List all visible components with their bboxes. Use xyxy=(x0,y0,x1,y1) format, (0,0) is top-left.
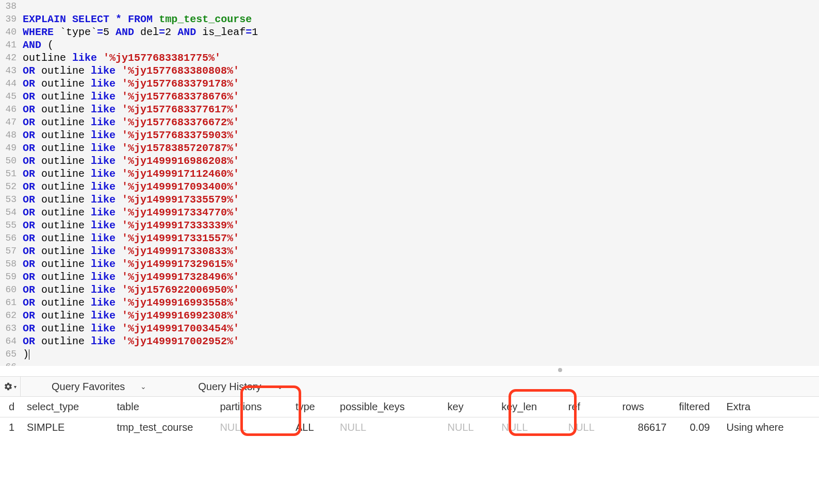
line-number: 38 xyxy=(0,0,20,13)
query-favorites-dropdown[interactable]: Query Favorites ⌄ xyxy=(36,381,162,393)
sql-editor[interactable]: 3839EXPLAIN SELECT * FROM tmp_test_cours… xyxy=(0,0,819,366)
editor-line[interactable]: 56OR outline like '%jy1499917331557%' xyxy=(0,232,819,245)
editor-line[interactable]: 65) xyxy=(0,348,819,361)
editor-line[interactable]: 48OR outline like '%jy1577683375903%' xyxy=(0,129,819,142)
editor-line[interactable]: 49OR outline like '%jy1578385720787%' xyxy=(0,142,819,155)
editor-line[interactable]: 51OR outline like '%jy1499917112460%' xyxy=(0,167,819,180)
code-content[interactable]: OR outline like '%jy1576922006950%' xyxy=(20,283,819,296)
line-number: 55 xyxy=(0,219,20,232)
editor-line[interactable]: 60OR outline like '%jy1576922006950%' xyxy=(0,283,819,296)
col-filtered[interactable]: filtered xyxy=(673,397,716,417)
editor-line[interactable]: 41AND ( xyxy=(0,39,819,52)
editor-line[interactable]: 62OR outline like '%jy1499916992308%' xyxy=(0,309,819,322)
col-type[interactable]: type xyxy=(289,397,334,417)
editor-line[interactable]: 59OR outline like '%jy1499917328496%' xyxy=(0,271,819,283)
code-content[interactable]: OR outline like '%jy1577683375903%' xyxy=(20,129,819,142)
code-content[interactable]: OR outline like '%jy1577683379178%' xyxy=(20,77,819,90)
query-history-label: Query History xyxy=(198,381,261,393)
text-cursor xyxy=(29,349,29,360)
editor-line[interactable]: 46OR outline like '%jy1577683377617%' xyxy=(0,103,819,116)
code-content[interactable]: outline like '%jy1577683381775%' xyxy=(20,52,819,64)
col-ref[interactable]: ref xyxy=(562,397,616,417)
cell-extra: Using where xyxy=(716,417,819,438)
editor-line[interactable]: 44OR outline like '%jy1577683379178%' xyxy=(0,77,819,90)
line-number: 47 xyxy=(0,116,20,129)
line-number: 62 xyxy=(0,309,20,322)
code-content[interactable]: OR outline like '%jy1578385720787%' xyxy=(20,142,819,155)
code-content[interactable]: OR outline like '%jy1499917330833%' xyxy=(20,245,819,258)
col-id[interactable]: d xyxy=(0,397,21,417)
code-content[interactable] xyxy=(20,0,819,13)
cell-filtered: 0.09 xyxy=(673,417,716,438)
cell-possible-keys: NULL xyxy=(334,417,441,438)
code-content[interactable]: OR outline like '%jy1499917328496%' xyxy=(20,271,819,283)
editor-line[interactable]: 58OR outline like '%jy1499917329615%' xyxy=(0,258,819,271)
code-content[interactable]: OR outline like '%jy1499917333339%' xyxy=(20,219,819,232)
editor-line[interactable]: 45OR outline like '%jy1577683378676%' xyxy=(0,90,819,103)
line-number: 60 xyxy=(0,283,20,296)
cell-type: ALL xyxy=(289,417,334,438)
editor-line[interactable]: 55OR outline like '%jy1499917333339%' xyxy=(0,219,819,232)
code-content[interactable]: EXPLAIN SELECT * FROM tmp_test_course xyxy=(20,13,819,26)
code-content[interactable]: OR outline like '%jy1499917003454%' xyxy=(20,322,819,335)
code-content[interactable] xyxy=(20,361,819,366)
line-number: 45 xyxy=(0,90,20,103)
line-number: 65 xyxy=(0,348,20,361)
code-content[interactable]: OR outline like '%jy1499917331557%' xyxy=(20,232,819,245)
chevron-down-icon: ⌄ xyxy=(140,382,146,391)
col-table[interactable]: table xyxy=(110,397,214,417)
editor-line[interactable]: 64OR outline like '%jy1499917002952%' xyxy=(0,335,819,348)
editor-line[interactable]: 54OR outline like '%jy1499917334770%' xyxy=(0,206,819,219)
settings-button[interactable]: ▾ xyxy=(0,376,21,397)
cell-key-len: NULL xyxy=(495,417,562,438)
editor-line[interactable]: 66 xyxy=(0,361,819,366)
col-possible-keys[interactable]: possible_keys xyxy=(334,397,441,417)
code-content[interactable]: OR outline like '%jy1499917002952%' xyxy=(20,335,819,348)
code-content[interactable]: OR outline like '%jy1499917335579%' xyxy=(20,193,819,206)
code-content[interactable]: OR outline like '%jy1577683378676%' xyxy=(20,90,819,103)
code-content[interactable]: OR outline like '%jy1499916986208%' xyxy=(20,155,819,167)
chevron-down-icon: ⌄ xyxy=(277,382,283,391)
editor-line[interactable]: 52OR outline like '%jy1499917093400%' xyxy=(0,180,819,193)
query-history-dropdown[interactable]: Query History ⌄ xyxy=(183,381,298,393)
col-key[interactable]: key xyxy=(441,397,496,417)
code-content[interactable]: OR outline like '%jy1499917112460%' xyxy=(20,167,819,180)
col-key-len[interactable]: key_len xyxy=(495,397,562,417)
editor-line[interactable]: 57OR outline like '%jy1499917330833%' xyxy=(0,245,819,258)
line-number: 52 xyxy=(0,180,20,193)
code-content[interactable]: OR outline like '%jy1499917329615%' xyxy=(20,258,819,271)
editor-line[interactable]: 43OR outline like '%jy1577683380808%' xyxy=(0,64,819,77)
col-rows[interactable]: rows xyxy=(616,397,673,417)
line-number: 56 xyxy=(0,232,20,245)
code-content[interactable]: AND ( xyxy=(20,39,819,52)
code-content[interactable]: ) xyxy=(20,348,819,361)
editor-line[interactable]: 61OR outline like '%jy1499916993558%' xyxy=(0,296,819,309)
line-number: 54 xyxy=(0,206,20,219)
line-number: 39 xyxy=(0,13,20,26)
line-number: 41 xyxy=(0,39,20,52)
cell-partitions: NULL xyxy=(214,417,289,438)
col-select-type[interactable]: select_type xyxy=(21,397,110,417)
col-extra[interactable]: Extra xyxy=(716,397,819,417)
code-content[interactable]: OR outline like '%jy1577683377617%' xyxy=(20,103,819,116)
editor-line[interactable]: 53OR outline like '%jy1499917335579%' xyxy=(0,193,819,206)
cell-ref: NULL xyxy=(562,417,616,438)
table-row[interactable]: 1 SIMPLE tmp_test_course NULL ALL NULL N… xyxy=(0,417,819,438)
code-content[interactable]: OR outline like '%jy1499916992308%' xyxy=(20,309,819,322)
editor-line[interactable]: 42outline like '%jy1577683381775%' xyxy=(0,52,819,64)
editor-line[interactable]: 38 xyxy=(0,0,819,13)
results-grid[interactable]: d select_type table partitions type poss… xyxy=(0,397,819,438)
code-content[interactable]: OR outline like '%jy1499917093400%' xyxy=(20,180,819,193)
editor-line[interactable]: 40WHERE `type`=5 AND del=2 AND is_leaf=1 xyxy=(0,26,819,39)
col-partitions[interactable]: partitions xyxy=(214,397,289,417)
code-content[interactable]: OR outline like '%jy1499916993558%' xyxy=(20,296,819,309)
editor-line[interactable]: 63OR outline like '%jy1499917003454%' xyxy=(0,322,819,335)
code-content[interactable]: WHERE `type`=5 AND del=2 AND is_leaf=1 xyxy=(20,26,819,39)
editor-line[interactable]: 47OR outline like '%jy1577683376672%' xyxy=(0,116,819,129)
editor-line[interactable]: 39EXPLAIN SELECT * FROM tmp_test_course xyxy=(0,13,819,26)
editor-line[interactable]: 50OR outline like '%jy1499916986208%' xyxy=(0,155,819,167)
code-content[interactable]: OR outline like '%jy1577683380808%' xyxy=(20,64,819,77)
code-content[interactable]: OR outline like '%jy1499917334770%' xyxy=(20,206,819,219)
code-content[interactable]: OR outline like '%jy1577683376672%' xyxy=(20,116,819,129)
cell-key: NULL xyxy=(441,417,496,438)
